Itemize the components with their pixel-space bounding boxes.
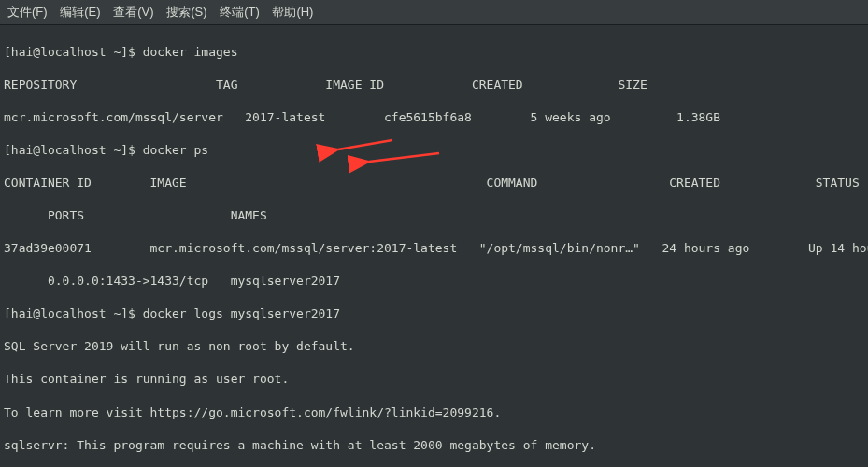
- terminal-output[interactable]: [hai@localhost ~]$ docker images REPOSIT…: [0, 25, 868, 467]
- menu-search[interactable]: 搜索(S): [166, 5, 206, 19]
- docker-images-row: mcr.microsoft.com/mssql/server 2017-late…: [4, 109, 864, 126]
- prompt-line: [hai@localhost ~]$ docker ps: [4, 142, 864, 159]
- log-line: This container is running as user root.: [4, 371, 864, 388]
- menu-file[interactable]: 文件(F): [7, 5, 48, 19]
- menu-edit[interactable]: 编辑(E): [60, 5, 100, 19]
- log-line: To learn more visit https://go.microsoft…: [4, 404, 864, 421]
- docker-ps-row: 37ad39e00071 mcr.microsoft.com/mssql/ser…: [4, 240, 864, 257]
- prompt-line: [hai@localhost ~]$ docker images: [4, 44, 864, 61]
- menu-terminal[interactable]: 终端(T): [220, 5, 260, 19]
- menu-help[interactable]: 帮助(H): [272, 5, 313, 19]
- menu-view[interactable]: 查看(V): [113, 5, 153, 19]
- docker-images-header: REPOSITORY TAG IMAGE ID CREATED SIZE: [4, 77, 864, 93]
- docker-ps-header-2: PORTS NAMES: [4, 207, 864, 224]
- log-line: sqlservr: This program requires a machin…: [4, 437, 864, 454]
- log-line: SQL Server 2019 will run as non-root by …: [4, 338, 864, 355]
- prompt-line-logs: [hai@localhost ~]$ docker logs mysqlserv…: [4, 305, 864, 322]
- menubar: 文件(F) 编辑(E) 查看(V) 搜索(S) 终端(T) 帮助(H): [0, 0, 868, 25]
- docker-ps-row-2: 0.0.0.0:1433->1433/tcp mysqlserver2017: [4, 273, 864, 290]
- docker-ps-header: CONTAINER ID IMAGE COMMAND CREATED STATU…: [4, 175, 864, 191]
